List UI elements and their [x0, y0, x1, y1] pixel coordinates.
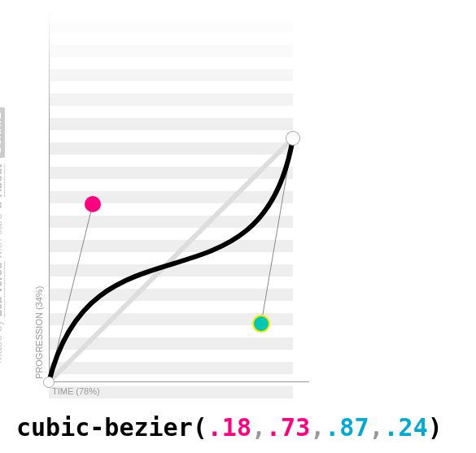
p2x-value: .87	[325, 413, 369, 442]
p1y-value: .73	[266, 413, 310, 442]
control-point-1[interactable]	[85, 196, 101, 212]
with-care-label: with care	[0, 213, 4, 259]
start-point[interactable]	[43, 377, 55, 388]
attribution-bar: Made by Lea Verou with care ✿ About DONA…	[0, 107, 5, 364]
about-link[interactable]: About	[0, 164, 5, 197]
diagonal-line	[49, 138, 293, 382]
bezier-editor: PROGRESSION (34%) TIME (78%)	[49, 8, 309, 399]
p2y-value: .24	[384, 413, 428, 442]
made-by-label: Made by	[0, 320, 4, 364]
y-axis-label: PROGRESSION (34%)	[34, 286, 44, 379]
css-output[interactable]: cubic-bezier(.18,.73,.87,.24)	[16, 413, 443, 442]
control-point-2[interactable]	[252, 315, 270, 333]
bezier-curve-svg	[49, 138, 293, 382]
chart-area: PROGRESSION (34%) TIME (78%)	[49, 8, 309, 399]
end-point[interactable]	[286, 131, 300, 146]
x-axis-label: TIME (78%)	[52, 386, 100, 396]
plot-area[interactable]	[49, 138, 293, 382]
gear-icon: ✿	[0, 200, 4, 210]
function-name: cubic-bezier	[16, 413, 193, 442]
author-link[interactable]: Lea Verou	[0, 262, 5, 316]
p1x-value: .18	[207, 413, 251, 442]
donate-button[interactable]: DONATE	[0, 107, 5, 158]
